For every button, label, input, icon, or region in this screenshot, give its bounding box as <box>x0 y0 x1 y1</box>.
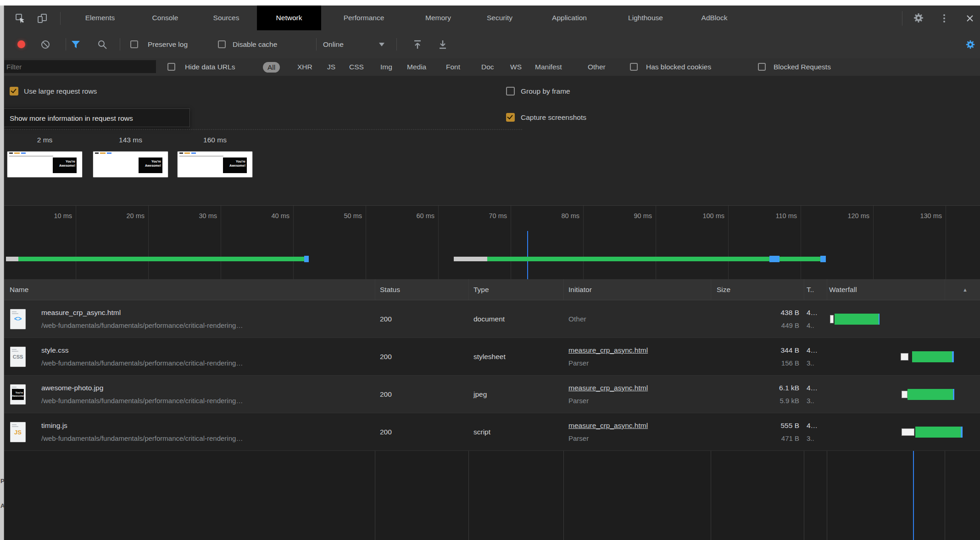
table-row[interactable]: You'reAwesome!awesome-photo.jpg/web-fund… <box>0 376 980 413</box>
page-edge-letter: A <box>0 502 6 509</box>
column-header-status[interactable]: Status <box>380 279 400 300</box>
filter-type-xhr[interactable]: XHR <box>297 58 312 76</box>
throttling-dropdown-arrow-icon[interactable] <box>379 43 384 46</box>
ruler-gridline <box>221 206 221 280</box>
tab-performance[interactable]: Performance <box>332 6 396 30</box>
toolbar-separator <box>120 38 120 51</box>
record-network-log-button[interactable] <box>17 40 25 48</box>
request-initiator-sub: Parser <box>568 433 589 444</box>
tab-network[interactable]: Network <box>257 6 321 30</box>
filter-type-manifest[interactable]: Manifest <box>535 58 562 76</box>
request-name: measure_crp_async.html <box>41 307 121 318</box>
ruler-tick-label: 10 ms <box>28 211 72 220</box>
filter-type-media[interactable]: Media <box>407 58 426 76</box>
request-latency: 3.. <box>807 358 814 368</box>
thumb-awesome-line: You're <box>12 391 23 394</box>
filmstrip-thumbnail[interactable]: You'reAwesome! <box>93 152 168 177</box>
tab-console[interactable]: Console <box>133 6 197 30</box>
request-initiator-sub: Parser <box>568 396 589 406</box>
column-header-initiator[interactable]: Initiator <box>568 279 592 300</box>
filter-type-font[interactable]: Font <box>446 58 460 76</box>
settings-gear-icon[interactable] <box>913 12 924 23</box>
has-blocked-cookies-checkbox[interactable] <box>630 63 638 71</box>
network-overview-ruler[interactable]: 10 ms20 ms30 ms40 ms50 ms60 ms70 ms80 ms… <box>0 205 980 279</box>
tab-application[interactable]: Application <box>537 6 601 30</box>
thumb-title-mark <box>95 152 99 154</box>
request-type: script <box>473 427 490 438</box>
column-header-waterfall[interactable]: Waterfall <box>829 279 857 300</box>
inspect-element-icon[interactable] <box>15 13 26 24</box>
column-header-type[interactable]: Type <box>473 279 489 300</box>
ruler-tick-label: 130 ms <box>898 211 942 220</box>
filmstrip-thumbnail[interactable]: You'reAwesome! <box>7 152 82 177</box>
group-by-frame-checkbox[interactable] <box>506 87 515 96</box>
waterfall-bar <box>908 389 953 400</box>
filter-type-ws[interactable]: WS <box>510 58 522 76</box>
ruler-tick-label: 30 ms <box>173 211 217 220</box>
filter-funnel-icon[interactable] <box>71 39 81 50</box>
capture-screenshots-checkbox[interactable] <box>506 113 515 122</box>
jpg-file-icon: You'reAwesome! <box>10 384 26 405</box>
thumb-title-mark <box>107 152 111 154</box>
request-status: 200 <box>380 314 392 325</box>
file-icon-line <box>12 426 18 427</box>
ruler-gridline <box>801 206 801 280</box>
filter-type-css[interactable]: CSS <box>349 58 364 76</box>
close-devtools-icon[interactable] <box>964 13 975 24</box>
clear-network-log-icon[interactable] <box>40 39 50 50</box>
filter-input[interactable] <box>2 60 156 73</box>
filter-type-other[interactable]: Other <box>588 58 606 76</box>
thumb-title-mark <box>100 152 106 154</box>
request-initiator-link[interactable]: measure_crp_async.html <box>568 382 648 394</box>
column-header-name[interactable]: Name <box>10 279 28 300</box>
tab-lighthouse[interactable]: Lighthouse <box>613 6 678 30</box>
filmstrip-thumbnail[interactable]: You'reAwesome! <box>178 152 252 177</box>
request-latency: 3.. <box>807 396 814 406</box>
filter-type-all[interactable]: All <box>263 62 280 73</box>
more-options-kebab-icon[interactable] <box>943 14 945 22</box>
request-time: 4… <box>807 307 818 318</box>
tabbar-separator <box>902 11 902 26</box>
column-header-size[interactable]: Size <box>717 279 730 300</box>
thumb-awesome-line: You're <box>139 159 161 163</box>
use-large-request-rows-checkbox[interactable] <box>10 87 18 96</box>
export-har-icon[interactable] <box>438 39 448 50</box>
filter-type-img[interactable]: Img <box>380 58 392 76</box>
preserve-log-checkbox[interactable] <box>130 40 138 48</box>
filter-type-doc[interactable]: Doc <box>481 58 494 76</box>
blocked-requests-checkbox[interactable] <box>758 63 766 71</box>
file-icon-glyph: CSS <box>10 354 26 360</box>
tab-elements[interactable]: Elements <box>68 6 132 30</box>
ruler-gridline <box>511 206 511 280</box>
tab-adblock[interactable]: AdBlock <box>682 6 746 30</box>
table-row[interactable]: <>measure_crp_async.html/web-fundamental… <box>0 300 980 338</box>
request-initiator-link[interactable]: measure_crp_async.html <box>568 345 648 356</box>
disable-cache-checkbox[interactable] <box>218 40 226 48</box>
import-har-icon[interactable] <box>412 39 423 50</box>
filter-type-js[interactable]: JS <box>327 58 335 76</box>
hide-data-urls-checkbox[interactable] <box>167 63 175 71</box>
sort-indicator-icon[interactable]: ▲ <box>963 279 968 300</box>
js-file-icon: JS <box>10 422 26 442</box>
network-settings-gear-icon[interactable] <box>965 39 975 50</box>
tab-sources[interactable]: Sources <box>194 6 258 30</box>
search-icon[interactable] <box>97 39 107 50</box>
file-icon-line <box>12 387 17 388</box>
tab-security[interactable]: Security <box>468 6 532 30</box>
table-row[interactable]: JStiming.js/web-fundamentals/fundamental… <box>0 413 980 451</box>
waterfall-bar-tip <box>879 314 880 325</box>
ruler-tick-label: 120 ms <box>825 211 869 220</box>
request-path: /web-fundamentals/fundamentals/performan… <box>41 358 243 368</box>
capture-screenshots-label: Capture screenshots <box>521 111 586 124</box>
overview-bar-segment <box>6 257 18 261</box>
request-time: 4… <box>807 420 818 431</box>
column-header-t[interactable]: T.. <box>807 279 814 300</box>
ruler-gridline <box>366 206 366 280</box>
request-initiator-link[interactable]: measure_crp_async.html <box>568 420 648 431</box>
tab-memory[interactable]: Memory <box>406 6 470 30</box>
thumb-awesome-box: You'reAwesome! <box>53 158 77 173</box>
throttling-select[interactable]: Online <box>323 38 344 51</box>
overview-bar-segment <box>487 257 769 261</box>
device-toolbar-icon[interactable] <box>37 13 48 24</box>
table-row[interactable]: CSSstyle.css/web-fundamentals/fundamenta… <box>0 338 980 376</box>
